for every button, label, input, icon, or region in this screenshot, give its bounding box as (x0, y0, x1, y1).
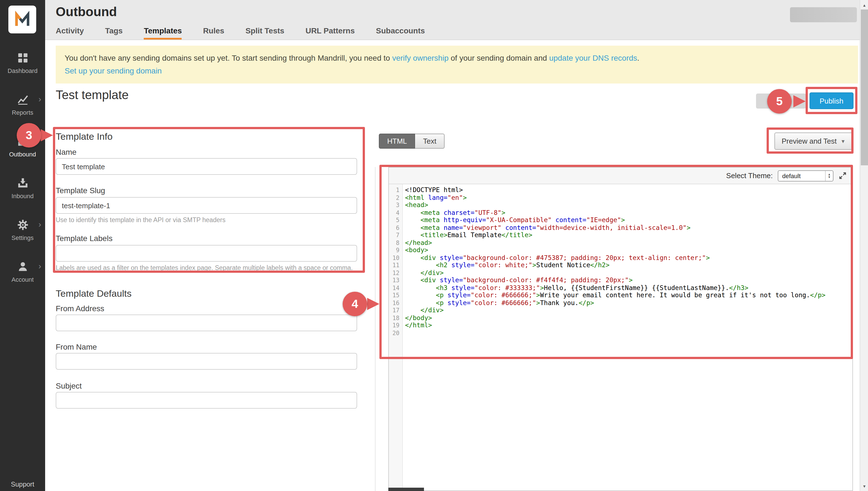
template-info-heading: Template Info (56, 132, 112, 143)
text-mode-tab[interactable]: Text (415, 134, 445, 149)
code-line[interactable]: 12 </div> (389, 269, 852, 277)
code-line-text: <meta http-equiv="X-UA-Compatible" conte… (402, 216, 625, 224)
code-line[interactable]: 7 <title>Email Template</title> (389, 232, 852, 239)
sidebar-item-label: Inbound (11, 193, 34, 199)
code-line[interactable]: 8</head> (389, 239, 852, 247)
slug-help-text: Use to identify this template in the API… (56, 216, 225, 223)
from-address-input[interactable] (56, 315, 357, 331)
tab-tags[interactable]: Tags (105, 26, 123, 39)
mandrill-app-window: DashboardReports›OutboundInboundSettings… (0, 0, 868, 491)
scroll-up-icon[interactable]: ▲ (860, 1, 868, 9)
sidebar-item-inbound[interactable]: Inbound (0, 173, 45, 215)
sidebar-item-account[interactable]: Account› (0, 257, 45, 298)
code-line[interactable]: 13 <div style="background-color: #f4f4f4… (389, 277, 852, 284)
from-address-label: From Address (56, 304, 104, 313)
line-number: 16 (389, 299, 402, 307)
code-line-text: </div> (402, 269, 444, 277)
line-number: 20 (389, 329, 402, 337)
code-line[interactable]: 9<body> (389, 247, 852, 254)
template-slug-input[interactable] (56, 197, 357, 214)
select-theme-label: Select Theme: (726, 171, 773, 180)
publish-button[interactable]: Publish (810, 92, 853, 109)
code-line[interactable]: 18</body> (389, 314, 852, 322)
code-line[interactable]: 1<!DOCTYPE html> (389, 186, 852, 194)
preview-and-test-button[interactable]: Preview and Test ▼ (775, 133, 853, 150)
code-line-text: <meta name="viewport" content="width=dev… (402, 224, 690, 232)
tab-split-tests[interactable]: Split Tests (245, 26, 284, 39)
sidebar-nav: DashboardReports›OutboundInboundSettings… (0, 48, 45, 298)
tab-activity[interactable]: Activity (56, 26, 84, 39)
mandrill-m-icon (13, 10, 32, 29)
code-line-text: <title>Email Template</title> (402, 232, 532, 239)
sidebar-item-dashboard[interactable]: Dashboard (0, 48, 45, 90)
subject-input[interactable] (56, 392, 357, 409)
code-line-text: <div style="background-color: #475387; p… (402, 254, 710, 262)
code-line-text: <html lang="en"> (402, 194, 467, 202)
code-line-text: </body> (402, 314, 432, 322)
select-stepper-icon: ▲▼ (825, 171, 833, 181)
labels-help-text: Labels are used as a filter on the templ… (56, 264, 353, 271)
code-line[interactable]: 17 </div> (389, 307, 852, 314)
code-line[interactable]: 16 <p style="color: #666666;">Thank you.… (389, 299, 852, 307)
code-line-text: <h2 style="color: white;">Student Notice… (402, 262, 609, 269)
tab-rules[interactable]: Rules (203, 26, 224, 39)
code-line[interactable]: 20 (389, 329, 852, 337)
user-menu-redacted[interactable] (790, 7, 857, 22)
code-line[interactable]: 5 <meta http-equiv="X-UA-Compatible" con… (389, 216, 852, 224)
template-slug-label: Template Slug (56, 186, 105, 195)
line-number: 10 (389, 254, 402, 262)
sidebar-item-label: Account (11, 276, 34, 283)
banner-line-2: Set up your sending domain (64, 64, 849, 77)
editor-toolbar: Select Theme: default ▲▼ (389, 168, 852, 184)
code-line[interactable]: 15 <p style="color: #666666;">Write your… (389, 292, 852, 299)
code-line[interactable]: 4 <meta charset="UTF-8"> (389, 209, 852, 216)
line-number: 1 (389, 186, 402, 194)
scroll-down-icon[interactable]: ▼ (860, 482, 868, 490)
code-area[interactable]: 1<!DOCTYPE html>2<html lang="en">3<head>… (389, 184, 852, 489)
from-name-input[interactable] (56, 353, 357, 370)
scrollbar-thumb[interactable] (861, 9, 868, 165)
code-line-text: <body> (402, 247, 428, 254)
code-editor-panel: Select Theme: default ▲▼ 1<!DOCTYPE html… (388, 167, 853, 491)
sidebar-item-label: Settings (11, 234, 34, 241)
caret-down-icon: ▼ (841, 138, 846, 144)
mandrill-logo[interactable] (8, 6, 36, 33)
code-line[interactable]: 11 <h2 style="color: white;">Student Not… (389, 262, 852, 269)
code-line[interactable]: 2<html lang="en"> (389, 194, 852, 202)
chevron-right-icon: › (38, 262, 41, 270)
line-number: 19 (389, 322, 402, 329)
line-number: 8 (389, 239, 402, 247)
line-number: 2 (389, 194, 402, 202)
sidebar-item-settings[interactable]: Settings› (0, 215, 45, 257)
tab-templates[interactable]: Templates (144, 26, 182, 39)
template-page-title: Test template (56, 88, 129, 103)
setup-sending-domain-link[interactable]: Set up your sending domain (64, 66, 162, 75)
line-number: 3 (389, 202, 402, 209)
code-line[interactable]: 6 <meta name="viewport" content="width=d… (389, 224, 852, 232)
sidebar-item-reports[interactable]: Reports› (0, 90, 45, 132)
update-dns-records-link[interactable]: update your DNS records (549, 53, 637, 62)
code-line[interactable]: 10 <div style="background-color: #475387… (389, 254, 852, 262)
template-name-input[interactable] (56, 158, 357, 175)
html-mode-tab[interactable]: HTML (379, 134, 415, 149)
template-labels-input[interactable] (56, 245, 357, 262)
verify-ownership-link[interactable]: verify ownership (392, 53, 449, 62)
secondary-action-button[interactable] (756, 93, 806, 109)
editor-hscroll-thumb[interactable] (388, 488, 424, 491)
code-line[interactable]: 19</html> (389, 322, 852, 329)
code-line[interactable]: 14 <h3 style="color: #333333;">Hello, {{… (389, 284, 852, 292)
code-line-text: <p style="color: #666666;">Write your em… (402, 292, 825, 299)
vertical-scrollbar[interactable]: ▲ ▼ (860, 0, 868, 491)
name-label: Name (56, 147, 77, 156)
line-number: 13 (389, 277, 402, 284)
theme-select[interactable]: default ▲▼ (778, 170, 834, 181)
sidebar-item-outbound[interactable]: Outbound (0, 132, 45, 173)
banner-text: . (637, 53, 639, 62)
tab-subaccounts[interactable]: Subaccounts (376, 26, 425, 39)
line-number: 4 (389, 209, 402, 216)
tab-url-patterns[interactable]: URL Patterns (305, 26, 355, 39)
fullscreen-icon[interactable] (839, 171, 847, 180)
support-link[interactable]: Support (0, 481, 45, 488)
sidebar-item-label: Reports (12, 109, 33, 116)
code-line[interactable]: 3<head> (389, 202, 852, 209)
